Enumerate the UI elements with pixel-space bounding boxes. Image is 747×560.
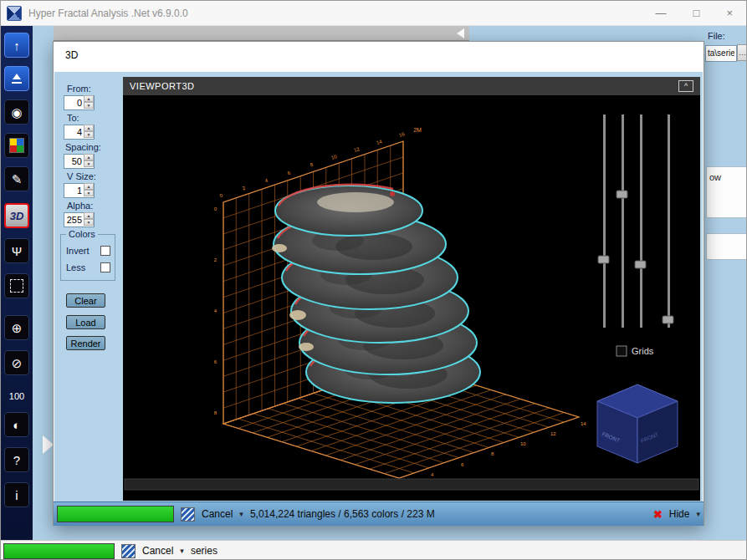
- svg-text:12: 12: [550, 431, 556, 436]
- record-disc-icon: ◉: [11, 106, 22, 119]
- spin-up-icon: ▲: [87, 155, 91, 160]
- slider-track-3[interactable]: [640, 115, 642, 328]
- window-controls: — □ ×: [656, 1, 747, 26]
- app-logo-icon: [121, 544, 136, 558]
- cancel-button[interactable]: Cancel: [202, 508, 233, 520]
- background-panel-text: ow: [709, 172, 721, 182]
- dialog-statusbar: Cancel ▾ 5,014,224 triangles / 6,563 col…: [54, 501, 704, 526]
- render-stats: 5,014,224 triangles / 6,563 colors / 223…: [250, 508, 435, 520]
- invert-checkbox[interactable]: [100, 246, 110, 256]
- less-checkbox[interactable]: [100, 262, 110, 272]
- viewport-title: VIEWPORT3D: [130, 77, 195, 95]
- spacing-spin-up-button[interactable]: ▲: [84, 154, 94, 160]
- window-titlebar: Hyper Fractal Analysis .Net v6.9.0.0 — □…: [1, 1, 747, 26]
- to-spin-up-button[interactable]: ▲: [84, 125, 94, 131]
- info-icon: i: [15, 489, 18, 501]
- grids-label: Grids: [632, 346, 654, 356]
- sidebar-palette-button[interactable]: [4, 133, 29, 158]
- hide-dropdown-icon[interactable]: ▾: [696, 510, 700, 518]
- 3d-icon: 3D: [10, 211, 24, 221]
- brain-slice: [275, 185, 422, 236]
- viewport-header: VIEWPORT3D ^: [123, 77, 700, 95]
- close-button[interactable]: ×: [726, 1, 733, 26]
- progress-bar: [57, 506, 174, 522]
- slider-track-4[interactable]: [668, 115, 670, 328]
- application-window: Hyper Fractal Analysis .Net v6.9.0.0 — □…: [0, 0, 747, 560]
- app-progress-bar: [3, 543, 115, 559]
- orientation-cube[interactable]: FRONT FRONT: [597, 384, 678, 463]
- series-label: series: [191, 545, 217, 557]
- slider-track-1[interactable]: [603, 115, 606, 328]
- sidebar-info-button[interactable]: i: [4, 482, 29, 507]
- eject-icon: [11, 74, 23, 84]
- file-path-box: [705, 44, 737, 61]
- browse-button[interactable]: …: [737, 44, 747, 61]
- branch-icon: Ψ: [12, 245, 23, 257]
- spin-down-icon: ▼: [87, 221, 91, 225]
- hide-button[interactable]: Hide: [669, 508, 690, 520]
- background-panel-2: [706, 233, 747, 260]
- vsize-spin-down-button[interactable]: ▼: [84, 190, 94, 196]
- clear-button[interactable]: Clear: [66, 293, 105, 308]
- app-statusbar: Cancel ▾ series: [1, 540, 747, 560]
- svg-text:14: 14: [581, 421, 586, 426]
- spin-down-icon: ▼: [87, 162, 91, 166]
- minimize-button[interactable]: —: [656, 1, 667, 26]
- app-cancel-button[interactable]: Cancel: [142, 545, 173, 557]
- slider-handle-2[interactable]: [617, 191, 627, 198]
- sidebar-help-button[interactable]: ?: [4, 447, 29, 472]
- spacing-spinner: ▲ ▼: [64, 153, 95, 168]
- render-button[interactable]: Render: [66, 336, 105, 350]
- red-x-icon[interactable]: ✖: [653, 508, 663, 521]
- alpha-spin-up-button[interactable]: ▲: [84, 212, 94, 219]
- viewport-scrollbar[interactable]: [125, 479, 698, 490]
- toolbar-sidebar: ↑ ◉ ✎ 3D Ψ ⊕ ⊘ 100 ◐ ? i: [1, 26, 33, 540]
- spin-down-icon: ▼: [87, 133, 91, 137]
- colors-groupbox: Colors Invert Less: [60, 234, 115, 281]
- up-arrow-icon: ↑: [13, 39, 20, 52]
- sidebar-draw-button[interactable]: ✎: [4, 166, 29, 191]
- slider-track-2[interactable]: [622, 115, 624, 328]
- sidebar-slice-button[interactable]: ⊘: [4, 350, 29, 375]
- app-cancel-dropdown-icon[interactable]: ▾: [180, 547, 184, 555]
- sidebar-up-button[interactable]: ↑: [4, 33, 29, 58]
- vsize-spin-up-button[interactable]: ▲: [84, 183, 94, 190]
- spin-up-icon: ▲: [87, 97, 91, 101]
- spacing-spin-down-button[interactable]: ▼: [84, 160, 94, 167]
- depth-axis-label: 2M: [413, 127, 422, 133]
- maximize-button[interactable]: □: [693, 1, 700, 26]
- spin-up-icon: ▲: [87, 214, 91, 218]
- invert-label: Invert: [66, 246, 90, 256]
- grids-checkbox[interactable]: [617, 346, 627, 356]
- file-path-input[interactable]: [705, 45, 737, 62]
- sidebar-3d-button-selected[interactable]: 3D: [4, 203, 29, 228]
- sidebar-selection-button[interactable]: [4, 273, 29, 298]
- circle-plus-icon: ⊕: [12, 322, 23, 334]
- sidebar-branch-button[interactable]: Ψ: [4, 238, 29, 263]
- from-spin-up-button[interactable]: ▲: [84, 95, 94, 102]
- alpha-spin-down-button[interactable]: ▼: [84, 219, 94, 226]
- sidebar-eject-button[interactable]: [4, 66, 29, 91]
- to-label: To:: [67, 113, 79, 123]
- vsize-label: V Size:: [67, 171, 96, 181]
- alpha-spinner: ▲ ▼: [64, 211, 95, 227]
- colors-group-label: Colors: [66, 229, 98, 239]
- alpha-label: Alpha:: [67, 201, 93, 211]
- strip-arrow-icon: [457, 28, 464, 38]
- sidebar-record-button[interactable]: ◉: [4, 99, 29, 125]
- load-button[interactable]: Load: [66, 315, 105, 329]
- from-spin-down-button[interactable]: ▼: [84, 102, 94, 109]
- to-spin-down-button[interactable]: ▼: [84, 131, 94, 138]
- viewport-canvas[interactable]: 0 2 4 6 8 10 12 14 16 2M 0 2 4 6 8: [123, 95, 700, 501]
- file-label: File:: [708, 31, 725, 41]
- slider-handle-1[interactable]: [598, 256, 609, 263]
- slider-handle-3[interactable]: [635, 261, 646, 268]
- collapse-button[interactable]: ^: [678, 80, 693, 92]
- spin-up-icon: ▲: [87, 185, 91, 189]
- app-icon: [7, 6, 22, 21]
- slider-handle-4[interactable]: [663, 316, 673, 323]
- sidebar-contrast-button[interactable]: ◐: [4, 412, 29, 437]
- sidebar-zoom-in-button[interactable]: ⊕: [4, 315, 29, 340]
- window-title: Hyper Fractal Analysis .Net v6.9.0.0: [28, 8, 188, 19]
- cancel-dropdown-icon[interactable]: ▾: [239, 510, 243, 518]
